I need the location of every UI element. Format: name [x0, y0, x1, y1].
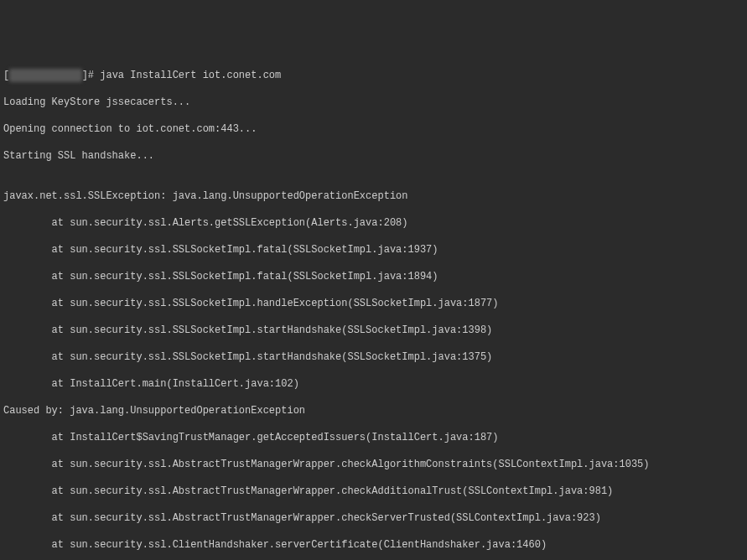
stack-trace-line: at sun.security.ssl.AbstractTrustManager… — [3, 458, 744, 471]
stack-trace-line: at sun.security.ssl.SSLSocketImpl.handle… — [3, 297, 744, 310]
terminal-output: [redactedhost]# java InstallCert iot.con… — [0, 54, 747, 560]
output-line: Opening connection to iot.conet.com:443.… — [3, 122, 744, 136]
caused-by-line: Caused by: java.lang.UnsupportedOperatio… — [3, 404, 744, 417]
command-line: [redactedhost]# java InstallCert iot.con… — [3, 69, 744, 82]
command-text: java InstallCert iot.conet.com — [100, 70, 281, 81]
stack-trace-line: at sun.security.ssl.AbstractTrustManager… — [3, 511, 744, 525]
redacted-host: redactedhost — [9, 69, 81, 82]
stack-trace-line: at InstallCert.main(InstallCert.java:102… — [3, 377, 744, 391]
stack-trace-line: at sun.security.ssl.SSLSocketImpl.fatal(… — [3, 243, 744, 257]
output-line: Loading KeyStore jssecacerts... — [3, 96, 744, 109]
prompt-prefix: [ — [3, 70, 9, 81]
stack-trace-line: at sun.security.ssl.SSLSocketImpl.startH… — [3, 324, 744, 337]
stack-trace-line: at sun.security.ssl.SSLSocketImpl.fatal(… — [3, 270, 744, 283]
stack-trace-line: at InstallCert$SavingTrustManager.getAcc… — [3, 431, 744, 444]
stack-trace-line: at sun.security.ssl.AbstractTrustManager… — [3, 485, 744, 498]
prompt-suffix: ]# — [82, 70, 101, 81]
stack-trace-line: at sun.security.ssl.ClientHandshaker.ser… — [3, 538, 744, 552]
exception-line: javax.net.ssl.SSLException: java.lang.Un… — [3, 189, 744, 203]
stack-trace-line: at sun.security.ssl.Alerts.getSSLExcepti… — [3, 216, 744, 230]
output-line: Starting SSL handshake... — [3, 149, 744, 163]
stack-trace-line: at sun.security.ssl.SSLSocketImpl.startH… — [3, 350, 744, 364]
